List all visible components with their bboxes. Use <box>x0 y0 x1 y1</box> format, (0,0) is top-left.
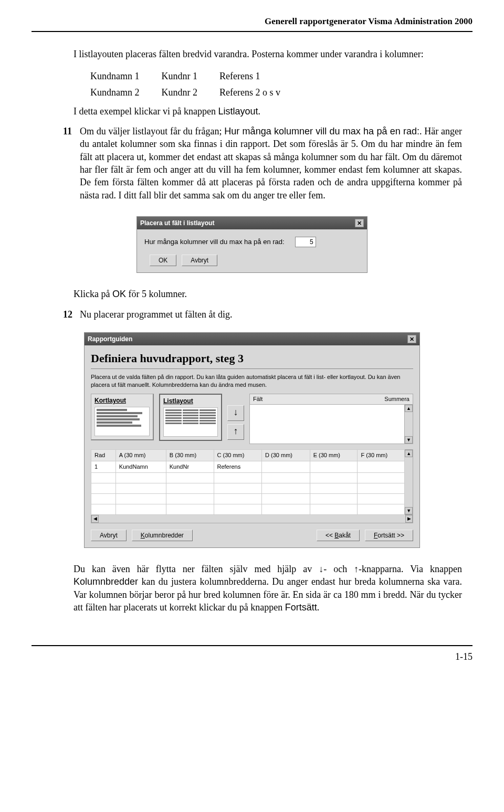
cell: Referens 2 o s v <box>219 85 301 100</box>
kortlayout-label: Kortlayout <box>94 396 150 405</box>
tail-paragraph: Du kan även här flytta ner fälten själv … <box>74 563 462 614</box>
scroll-left-icon[interactable]: ◀ <box>91 515 99 523</box>
kolumnbredder-button[interactable]: Kolumnbredder <box>132 530 193 541</box>
ok-label: OK <box>112 289 126 299</box>
step-description: Placera ut de valda fälten på din rappor… <box>91 373 413 389</box>
arrow-down-button[interactable]: ↓ <box>227 405 244 421</box>
dialog-titlebar: Placera ut fält i listlayout ✕ <box>137 217 367 229</box>
col-header: E (30 mm) <box>310 450 358 461</box>
col-header: C (30 mm) <box>214 450 262 461</box>
table-row[interactable] <box>91 483 405 493</box>
cancel-button[interactable]: Avbryt <box>182 255 217 266</box>
kortlayout-preview <box>94 407 150 436</box>
intro-line2: I detta exempel klickar vi på knappen Li… <box>74 105 462 118</box>
scroll-right-icon[interactable]: ▶ <box>405 515 413 523</box>
fortsatt-label: Fortsätt <box>285 602 317 613</box>
close-icon[interactable]: ✕ <box>407 335 416 343</box>
fortsatt-button[interactable]: Fortsätt >> <box>365 530 413 541</box>
scrollbar[interactable]: ▲▼ <box>404 405 413 444</box>
prompt-quote: Hur många kolumner vill du max ha på en … <box>224 126 419 136</box>
col-header: Rad <box>91 450 116 461</box>
step-text: Nu placerar programmet ut fälten åt dig. <box>80 308 462 321</box>
step-title: Definiera huvudrapport, steg 3 <box>91 351 413 366</box>
page-number: 1-15 <box>32 650 472 663</box>
text: Klicka på <box>74 289 112 299</box>
falt-header: Fält <box>253 395 384 403</box>
columns-input[interactable] <box>295 237 316 247</box>
header-rule <box>32 31 472 32</box>
dialog-titlebar: Rapportguiden ✕ <box>85 333 419 345</box>
summera-header: Summera <box>384 395 410 403</box>
avbryt-button[interactable]: Avbryt <box>91 530 127 541</box>
dialog-listlayout-columns: Placera ut fält i listlayout ✕ Hur många… <box>136 216 368 273</box>
table-row[interactable]: 1 KundNamn KundNr Referens <box>91 461 405 473</box>
cell[interactable]: KundNr <box>166 461 214 473</box>
cell[interactable]: KundNamn <box>116 461 166 473</box>
col-header: F (30 mm) <box>358 450 405 461</box>
intro-paragraph: I listlayouten placeras fälten bredvid v… <box>74 48 462 60</box>
cell: Kundnr 1 <box>162 69 219 83</box>
text: Du kan även här flytta ner fälten själv … <box>74 564 462 574</box>
text: I detta exempel klickar vi på knappen <box>74 106 218 117</box>
scroll-down-icon[interactable]: ▼ <box>405 507 413 514</box>
step-number: 12 <box>63 308 75 321</box>
example-table: Kundnamn 1 Kundnr 1 Referens 1 Kundnamn … <box>89 68 302 101</box>
kortlayout-option[interactable]: Kortlayout <box>91 394 154 440</box>
prompt-label: Hur många kolumner vill du max ha på en … <box>144 237 285 247</box>
step-number: 11 <box>63 125 75 202</box>
scroll-up-icon[interactable]: ▲ <box>405 405 413 412</box>
table-row[interactable] <box>91 493 405 504</box>
step-11: 11 Om du väljer listlayout får du frågan… <box>63 125 462 202</box>
table-row[interactable] <box>91 504 405 514</box>
dialog-title: Rapportguiden <box>88 335 132 343</box>
listlayout-option[interactable]: Listlayout <box>159 394 222 440</box>
cell[interactable]: 1 <box>91 461 116 473</box>
text: . Här anger du antalet kolumner som ska … <box>80 126 462 200</box>
bakat-button[interactable]: << Bakåt <box>317 530 360 541</box>
cell: Referens 1 <box>219 69 301 83</box>
kolumnbredder-label: Kolumnbredder <box>74 576 138 587</box>
cell[interactable] <box>262 461 310 473</box>
listlayout-label: Listlayout <box>218 106 258 117</box>
dialog-title: Placera ut fält i listlayout <box>140 219 214 227</box>
listlayout-preview <box>163 407 218 437</box>
table-row[interactable] <box>91 472 405 483</box>
text: . <box>258 106 260 117</box>
arrow-up-button[interactable]: ↑ <box>227 424 244 440</box>
columns-grid[interactable]: Rad A (30 mm) B (30 mm) C (30 mm) D (30 … <box>91 449 405 515</box>
listlayout-label: Listlayout <box>163 397 218 405</box>
scroll-down-icon[interactable]: ▼ <box>405 436 413 444</box>
cell[interactable] <box>358 461 405 473</box>
v-scrollbar[interactable]: ▲▼ <box>405 449 413 515</box>
cell: Kundnamn 1 <box>90 69 161 83</box>
cell: Kundnr 2 <box>162 85 219 100</box>
col-header: A (30 mm) <box>116 450 166 461</box>
close-icon[interactable]: ✕ <box>355 219 364 227</box>
step-text: Om du väljer listlayout får du frågan; H… <box>80 125 462 202</box>
after-dialog1-text: Klicka på OK för 5 kolumner. <box>74 288 462 300</box>
page-header: Generell rapportgenerator Visma Administ… <box>32 16 472 28</box>
text: Om du väljer listlayout får du frågan; <box>80 126 224 136</box>
separator <box>91 368 413 369</box>
scroll-up-icon[interactable]: ▲ <box>405 450 413 457</box>
ok-button[interactable]: OK <box>150 255 176 266</box>
text: . <box>317 602 320 613</box>
h-scrollbar[interactable]: ◀▶ <box>91 515 413 523</box>
col-header: D (30 mm) <box>262 450 310 461</box>
text: för 5 kolumner. <box>126 289 187 299</box>
cell[interactable] <box>310 461 358 473</box>
cell[interactable]: Referens <box>214 461 262 473</box>
footer-rule <box>32 645 472 646</box>
col-header: B (30 mm) <box>166 450 214 461</box>
falt-listbox[interactable]: ▲▼ <box>249 404 413 444</box>
cell: Kundnamn 2 <box>90 85 161 100</box>
step-12: 12 Nu placerar programmet ut fälten åt d… <box>63 308 462 321</box>
dialog-rapportguiden: Rapportguiden ✕ Definiera huvudrapport, … <box>84 332 420 548</box>
